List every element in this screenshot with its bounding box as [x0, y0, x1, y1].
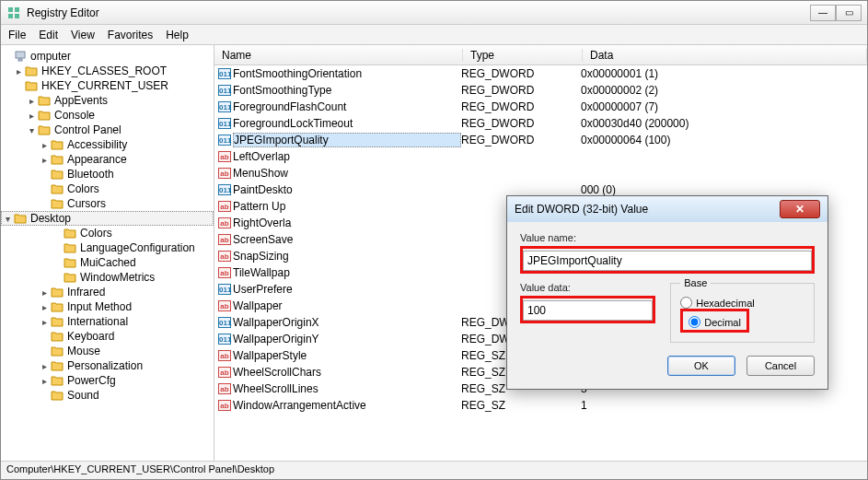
- menu-view[interactable]: View: [71, 29, 95, 41]
- twisty-icon[interactable]: ▸: [40, 317, 50, 327]
- tree-item[interactable]: Mouse: [1, 344, 214, 358]
- twisty-icon[interactable]: ▸: [27, 111, 37, 121]
- twisty-icon[interactable]: ▸: [14, 66, 24, 76]
- folder-icon: [24, 64, 39, 77]
- window-title: Registry Editor: [27, 6, 810, 19]
- tree-item-label: Mouse: [67, 345, 100, 357]
- values-list[interactable]: Name Type Data 011FontSmoothingOrientati…: [214, 45, 867, 461]
- row-name: TileWallpap: [233, 266, 461, 279]
- row-name: SnapSizing: [233, 250, 461, 263]
- tree-item[interactable]: ▸Accessibility: [1, 137, 214, 152]
- tree-item[interactable]: ▸AppEvents: [1, 93, 214, 108]
- tree-item[interactable]: omputer: [1, 49, 214, 64]
- list-row[interactable]: abMenuShow: [214, 165, 867, 181]
- tree-item[interactable]: ▸International: [1, 314, 214, 329]
- menu-favorites[interactable]: Favorites: [108, 29, 153, 41]
- tree-item[interactable]: ▾Desktop: [1, 211, 214, 226]
- tree-item[interactable]: Bluetooth: [1, 167, 214, 181]
- string-icon: ab: [218, 201, 231, 212]
- tree-item[interactable]: ▸Infrared: [1, 285, 214, 299]
- tree-item[interactable]: ▸PowerCfg: [1, 373, 214, 388]
- row-name: WheelScrollLines: [233, 382, 461, 395]
- tree-item[interactable]: Colors: [1, 226, 214, 240]
- tree-item[interactable]: HKEY_CURRENT_USER: [1, 78, 214, 93]
- tree-item-label: AppEvents: [54, 94, 108, 107]
- tree-item-label: Desktop: [30, 212, 71, 225]
- edit-dword-dialog: Edit DWORD (32-bit) Value ✕ Value name: …: [506, 195, 828, 390]
- tree-item[interactable]: Colors: [1, 181, 214, 196]
- tree-item[interactable]: ▸Appearance: [1, 152, 214, 167]
- dialog-close-button[interactable]: ✕: [780, 200, 820, 218]
- cancel-button[interactable]: Cancel: [746, 356, 815, 376]
- string-icon: ab: [218, 217, 231, 228]
- list-row[interactable]: abWindowArrangementActiveREG_SZ1: [214, 397, 867, 414]
- folder-icon: [37, 109, 52, 122]
- folder-icon: [63, 271, 77, 284]
- value-name-input[interactable]: [523, 251, 812, 271]
- row-type: REG_DWORD: [461, 134, 581, 146]
- row-name: ForegroundFlashCount: [233, 100, 461, 113]
- twisty-icon[interactable]: ▸: [27, 96, 37, 106]
- tree-item[interactable]: MuiCached: [1, 255, 214, 270]
- list-header[interactable]: Name Type Data: [214, 45, 867, 65]
- list-row[interactable]: abLeftOverlap: [214, 148, 867, 165]
- dword-icon: 011: [218, 184, 231, 195]
- col-name[interactable]: Name: [214, 49, 463, 62]
- list-row[interactable]: 011JPEGImportQualityREG_DWORD0x00000064 …: [214, 132, 867, 148]
- tree-item-label: Bluetooth: [67, 168, 114, 181]
- minimize-button[interactable]: —: [810, 5, 836, 21]
- list-row[interactable]: 011FontSmoothingTypeREG_DWORD0x00000002 …: [214, 82, 867, 99]
- tree-item-label: Input Method: [67, 300, 132, 313]
- tree-item[interactable]: ▸Input Method: [1, 299, 214, 314]
- row-data: 0x00000064 (100): [581, 134, 865, 146]
- list-row[interactable]: 011ForegroundLockTimeoutREG_DWORD0x00030…: [214, 115, 867, 132]
- col-data[interactable]: Data: [583, 49, 867, 62]
- menu-help[interactable]: Help: [166, 29, 189, 41]
- value-data-input[interactable]: [523, 300, 653, 321]
- row-name: WallpaperOriginX: [233, 316, 461, 329]
- twisty-icon[interactable]: ▾: [3, 214, 13, 224]
- twisty-icon[interactable]: ▸: [40, 361, 50, 371]
- string-icon: ab: [218, 367, 231, 378]
- svg-rect-4: [16, 52, 25, 58]
- statusbar: Computer\HKEY_CURRENT_USER\Control Panel…: [1, 461, 867, 479]
- list-row[interactable]: 011ForegroundFlashCountREG_DWORD0x000000…: [214, 99, 867, 115]
- menu-file[interactable]: File: [8, 29, 26, 41]
- row-data: 0x00000001 (1): [581, 67, 865, 80]
- string-icon: ab: [218, 251, 231, 262]
- radio-decimal[interactable]: [689, 316, 700, 328]
- tree-item[interactable]: ▸Console: [1, 108, 214, 123]
- tree-item[interactable]: Cursors: [1, 196, 214, 211]
- registry-tree[interactable]: omputer▸HKEY_CLASSES_ROOTHKEY_CURRENT_US…: [1, 45, 214, 461]
- tree-item[interactable]: WindowMetrics: [1, 270, 214, 285]
- value-data-label: Value data:: [520, 282, 571, 293]
- twisty-icon[interactable]: ▸: [40, 376, 50, 386]
- twisty-icon[interactable]: ▸: [40, 302, 50, 312]
- tree-item-label: LanguageConfiguration: [80, 241, 195, 254]
- twisty-icon[interactable]: ▸: [40, 155, 50, 165]
- row-data: 0x00000002 (2): [581, 84, 865, 97]
- twisty-icon[interactable]: ▸: [40, 287, 50, 298]
- maximize-button[interactable]: ▭: [836, 5, 862, 21]
- tree-item[interactable]: ▾Control Panel: [1, 123, 214, 137]
- folder-icon: [50, 286, 64, 299]
- twisty-icon[interactable]: ▸: [40, 140, 50, 150]
- tree-item[interactable]: LanguageConfiguration: [1, 240, 214, 255]
- col-type[interactable]: Type: [463, 49, 583, 62]
- tree-item-label: Accessibility: [67, 138, 127, 151]
- dword-icon: 011: [218, 68, 231, 79]
- tree-item-label: Personalization: [67, 359, 143, 372]
- dialog-titlebar[interactable]: Edit DWORD (32-bit) Value ✕: [507, 196, 827, 222]
- tree-item[interactable]: ▸Personalization: [1, 358, 214, 373]
- list-row[interactable]: 011FontSmoothingOrientationREG_DWORD0x00…: [214, 65, 867, 82]
- app-icon: [6, 6, 21, 20]
- svg-rect-2: [8, 14, 13, 18]
- ok-button[interactable]: OK: [667, 356, 735, 376]
- tree-item[interactable]: Sound: [1, 388, 214, 403]
- tree-item[interactable]: ▸HKEY_CLASSES_ROOT: [1, 64, 214, 78]
- dword-icon: 011: [218, 334, 231, 345]
- menu-edit[interactable]: Edit: [39, 29, 58, 41]
- tree-item[interactable]: Keyboard: [1, 329, 214, 344]
- twisty-icon[interactable]: ▾: [27, 125, 37, 135]
- radio-hex[interactable]: [680, 297, 692, 309]
